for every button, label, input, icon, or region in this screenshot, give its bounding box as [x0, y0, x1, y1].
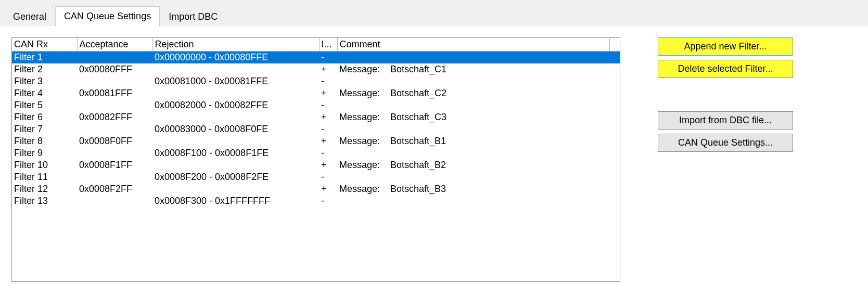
cell-i: -	[319, 123, 337, 135]
cell-i: -	[319, 195, 337, 207]
cell-comment: Message:Botschaft_C3	[337, 111, 609, 123]
cell-rejection	[152, 63, 319, 75]
cell-spacer	[609, 51, 620, 64]
cell-acceptance: 0x00082FFF	[77, 111, 152, 123]
cell-canrx: Filter 1	[12, 51, 77, 64]
delete-filter-button[interactable]: Delete selected Filter...	[658, 60, 793, 78]
cell-spacer	[609, 171, 620, 183]
cell-canrx: Filter 6	[12, 111, 77, 123]
cell-spacer	[609, 87, 620, 99]
tab-bar: General CAN Queue Settings Import DBC	[0, 0, 868, 26]
cell-acceptance: 0x0008F1FF	[77, 159, 152, 171]
content-area: CAN Rx Acceptance Rejection I... Comment…	[0, 26, 868, 282]
cell-i: +	[319, 111, 337, 123]
cell-i: +	[319, 135, 337, 147]
filter-table[interactable]: CAN Rx Acceptance Rejection I... Comment…	[12, 38, 620, 207]
cell-acceptance	[77, 75, 152, 87]
cell-comment	[337, 171, 609, 183]
cell-spacer	[609, 147, 620, 159]
cell-canrx: Filter 8	[12, 135, 77, 147]
comment-value: Botschaft_B2	[390, 160, 446, 171]
table-row[interactable]: Filter 20x00080FFF+Message:Botschaft_C1	[12, 63, 620, 75]
cell-rejection: 0x00082000 - 0x00082FFE	[152, 99, 319, 111]
table-row[interactable]: Filter 110x0008F200 - 0x0008F2FE-	[12, 171, 620, 183]
cell-acceptance: 0x0008F2FF	[77, 183, 152, 195]
cell-spacer	[609, 135, 620, 147]
cell-spacer	[609, 99, 620, 111]
cell-acceptance	[77, 147, 152, 159]
cell-rejection: 0x0008F300 - 0x1FFFFFFF	[152, 195, 319, 207]
cell-spacer	[609, 75, 620, 87]
cell-i: +	[319, 87, 337, 99]
table-row[interactable]: Filter 60x00082FFF+Message:Botschaft_C3	[12, 111, 620, 123]
cell-acceptance: 0x00081FFF	[77, 87, 152, 99]
cell-canrx: Filter 3	[12, 75, 77, 87]
table-row[interactable]: Filter 70x00083000 - 0x0008F0FE-	[12, 123, 620, 135]
comment-value: Botschaft_B1	[390, 136, 446, 147]
cell-canrx: Filter 2	[12, 63, 77, 75]
tab-import-dbc[interactable]: Import DBC	[160, 7, 226, 27]
comment-label: Message:	[339, 64, 380, 75]
cell-canrx: Filter 5	[12, 99, 77, 111]
col-acceptance[interactable]: Acceptance	[77, 38, 152, 51]
cell-comment: Message:Botschaft_B3	[337, 183, 609, 195]
table-row[interactable]: Filter 10x00000000 - 0x00080FFE-	[12, 51, 620, 64]
cell-comment: Message:Botschaft_B2	[337, 159, 609, 171]
comment-value: Botschaft_B3	[390, 184, 446, 195]
table-row[interactable]: Filter 130x0008F300 - 0x1FFFFFFF-	[12, 195, 620, 207]
col-spacer	[609, 38, 620, 51]
table-row[interactable]: Filter 50x00082000 - 0x00082FFE-	[12, 99, 620, 111]
cell-comment: Message:Botschaft_C2	[337, 87, 609, 99]
cell-comment	[337, 75, 609, 87]
cell-rejection: 0x0008F200 - 0x0008F2FE	[152, 171, 319, 183]
cell-spacer	[609, 111, 620, 123]
cell-acceptance	[77, 51, 152, 64]
cell-canrx: Filter 13	[12, 195, 77, 207]
cell-rejection	[152, 111, 319, 123]
comment-value: Botschaft_C2	[390, 88, 446, 99]
table-row[interactable]: Filter 40x00081FFF+Message:Botschaft_C2	[12, 87, 620, 99]
append-filter-button[interactable]: Append new Filter...	[658, 37, 793, 56]
table-row[interactable]: Filter 80x0008F0FF+Message:Botschaft_B1	[12, 135, 620, 147]
cell-comment	[337, 195, 609, 207]
cell-comment	[337, 99, 609, 111]
comment-label: Message:	[339, 184, 380, 195]
comment-label: Message:	[339, 88, 380, 99]
cell-canrx: Filter 4	[12, 87, 77, 99]
side-button-panel: Append new Filter... Delete selected Fil…	[658, 37, 793, 282]
cell-spacer	[609, 63, 620, 75]
cell-spacer	[609, 195, 620, 207]
table-row[interactable]: Filter 90x0008F100 - 0x0008F1FE-	[12, 147, 620, 159]
cell-canrx: Filter 12	[12, 183, 77, 195]
cell-canrx: Filter 7	[12, 123, 77, 135]
comment-label: Message:	[339, 136, 380, 147]
col-rejection[interactable]: Rejection	[152, 38, 319, 51]
table-row[interactable]: Filter 120x0008F2FF+Message:Botschaft_B3	[12, 183, 620, 195]
col-canrx[interactable]: CAN Rx	[12, 38, 77, 51]
cell-rejection: 0x0008F100 - 0x0008F1FE	[152, 147, 319, 159]
cell-rejection	[152, 135, 319, 147]
table-row[interactable]: Filter 100x0008F1FF+Message:Botschaft_B2	[12, 159, 620, 171]
import-dbc-button[interactable]: Import from DBC file...	[658, 111, 793, 130]
comment-label: Message:	[339, 112, 380, 123]
cell-spacer	[609, 123, 620, 135]
col-comment[interactable]: Comment	[337, 38, 609, 51]
table-row[interactable]: Filter 30x00081000 - 0x00081FFE-	[12, 75, 620, 87]
table-header-row: CAN Rx Acceptance Rejection I... Comment	[12, 38, 620, 51]
cell-i: -	[319, 75, 337, 87]
cell-rejection: 0x00081000 - 0x00081FFE	[152, 75, 319, 87]
tab-general[interactable]: General	[4, 7, 55, 27]
cell-i: +	[319, 159, 337, 171]
cell-acceptance	[77, 99, 152, 111]
cell-acceptance: 0x0008F0FF	[77, 135, 152, 147]
cell-canrx: Filter 9	[12, 147, 77, 159]
tab-can-queue[interactable]: CAN Queue Settings	[55, 6, 160, 27]
cell-comment: Message:Botschaft_B1	[337, 135, 609, 147]
col-i[interactable]: I...	[319, 38, 337, 51]
filter-table-wrap: CAN Rx Acceptance Rejection I... Comment…	[11, 37, 620, 282]
cell-acceptance	[77, 171, 152, 183]
cell-comment	[337, 147, 609, 159]
cell-comment	[337, 123, 609, 135]
cell-rejection	[152, 183, 319, 195]
can-queue-settings-button[interactable]: CAN Queue Settings...	[658, 134, 793, 152]
